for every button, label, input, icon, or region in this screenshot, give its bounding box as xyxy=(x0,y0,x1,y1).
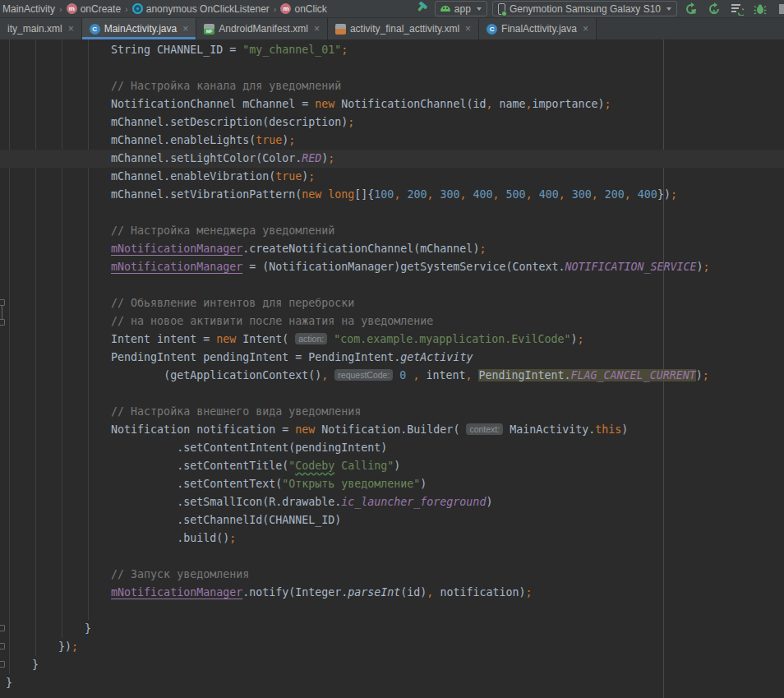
breadcrumb-label: onClick xyxy=(294,3,326,15)
breadcrumb-separator: › xyxy=(273,4,278,14)
close-icon[interactable]: × xyxy=(182,23,188,35)
code-line[interactable]: // на новое активити после нажатия на ув… xyxy=(0,312,784,331)
tab-finalacttivity-java[interactable]: CFinalActtivity.java× xyxy=(479,18,597,39)
breadcrumb-label: onCreate xyxy=(81,3,121,15)
code-line[interactable]: // Обьявление интентов для переброски xyxy=(0,294,784,312)
tab-label: ity_main.xml xyxy=(7,23,62,35)
code-line[interactable]: // Запуск уведомления xyxy=(0,566,784,584)
run-controls: app Genymotion Samsung Galaxy S10 A xyxy=(412,1,784,17)
tab-bar: ity_main.xml×CMainActivity.java×MFAndroi… xyxy=(0,18,784,39)
breadcrumb: MainActivity›monCreate›anonymous OnClick… xyxy=(2,3,327,15)
build-hammer-icon[interactable] xyxy=(412,1,430,17)
profile-icon[interactable] xyxy=(774,1,784,17)
code-editor[interactable]: String CHANNEL_ID = "my_channel_01";// Н… xyxy=(0,39,784,698)
breadcrumb-item[interactable]: monClick xyxy=(280,3,326,15)
chevron-down-icon xyxy=(666,7,671,11)
run-config-label: app xyxy=(454,3,471,15)
code-line[interactable]: String CHANNEL_ID = "my_channel_01"; xyxy=(0,41,784,59)
code-line[interactable]: mChannel.enableVibration(true); xyxy=(0,168,784,186)
tab-label: FinalActtivity.java xyxy=(501,23,577,35)
manifest-icon: MF xyxy=(204,24,214,35)
android-icon xyxy=(440,6,450,12)
breadcrumb-item[interactable]: MainActivity xyxy=(2,3,55,15)
code-line[interactable]: } xyxy=(0,656,784,674)
close-icon[interactable]: × xyxy=(314,23,320,35)
main-toolbar: MainActivity›monCreate›anonymous OnClick… xyxy=(0,0,784,18)
device-phone-icon xyxy=(498,3,505,15)
code-line[interactable]: .setContentIntent(pendingIntent) xyxy=(0,439,784,457)
code-line[interactable]: mChannel.enableLights(true); xyxy=(0,132,784,150)
tab-activity-final-acttivity-xml[interactable]: activity_final_acttivity.xml× xyxy=(328,18,479,39)
device-selector[interactable]: Genymotion Samsung Galaxy S10 xyxy=(492,1,677,16)
method-icon: m xyxy=(280,3,291,14)
code-line[interactable]: .build(); xyxy=(0,529,784,548)
code-line[interactable]: .setSmallIcon(R.drawable.ic_launcher_for… xyxy=(0,493,784,511)
method-icon: m xyxy=(67,3,77,14)
svg-text:A: A xyxy=(712,8,717,16)
code-line[interactable] xyxy=(0,548,784,566)
breadcrumb-separator: › xyxy=(58,4,63,14)
tab-mainactivity-java[interactable]: CMainActivity.java× xyxy=(82,18,197,39)
tab-label: activity_final_acttivity.xml xyxy=(350,23,459,35)
tab-label: AndroidManifest.xml xyxy=(219,23,308,35)
code-line[interactable]: }); xyxy=(0,638,784,656)
tab-label: MainActivity.java xyxy=(104,23,177,35)
code-line[interactable]: mNotificationManager.createNotificationC… xyxy=(0,240,784,258)
close-icon[interactable]: × xyxy=(583,23,588,35)
code-line[interactable]: Intent intent = new Intent( action: "com… xyxy=(0,331,784,349)
code-line[interactable]: (getApplicationContext(), requestCode: 0… xyxy=(0,367,784,385)
breadcrumb-item[interactable]: monCreate xyxy=(67,3,121,15)
code-line[interactable]: // Настройка внешнего вида уведомления xyxy=(0,403,784,421)
breadcrumb-item[interactable]: anonymous OnClickListener xyxy=(132,3,270,15)
code-line[interactable]: mChannel.setVibrationPattern(new long[]{… xyxy=(0,186,784,204)
code-line[interactable]: mNotificationManager.notify(Integer.pars… xyxy=(0,584,784,602)
code-line[interactable] xyxy=(0,59,784,77)
class-icon: C xyxy=(487,24,497,35)
breadcrumb-label: anonymous OnClickListener xyxy=(146,3,270,15)
breadcrumb-separator: › xyxy=(124,4,129,14)
code-line[interactable]: .setContentText("Открыть уведомление") xyxy=(0,475,784,493)
code-line[interactable]: Notification notification = new Notifica… xyxy=(0,421,784,439)
code-line[interactable]: } xyxy=(0,620,784,638)
code-line[interactable]: PendingIntent pendingIntent = PendingInt… xyxy=(0,349,784,367)
code-line[interactable]: // Настройка менеджера уведомлений xyxy=(0,222,784,240)
code-line[interactable]: NotificationChannel mChannel = new Notif… xyxy=(0,95,784,113)
code-line[interactable]: // Настройка канала для уведомлений xyxy=(0,77,784,95)
chevron-down-icon xyxy=(477,7,482,11)
device-label: Genymotion Samsung Galaxy S10 xyxy=(510,3,661,15)
tab-ity-main-xml[interactable]: ity_main.xml× xyxy=(0,18,82,39)
xml-layout-icon xyxy=(335,24,346,35)
code-line[interactable]: } xyxy=(0,674,784,692)
code-line[interactable]: mNotificationManager = (NotificationMana… xyxy=(0,258,784,276)
code-line[interactable]: .setContentTitle("Codeby Calling") xyxy=(0,457,784,475)
code-line[interactable] xyxy=(0,602,784,620)
apply-code-changes-icon[interactable]: A xyxy=(705,1,723,17)
breadcrumb-label: MainActivity xyxy=(2,3,55,15)
code-line[interactable] xyxy=(0,276,784,294)
code-line[interactable]: mChannel.setLightColor(Color.RED); xyxy=(0,150,784,168)
apply-changes-icon[interactable] xyxy=(682,1,700,17)
close-icon[interactable]: × xyxy=(465,23,471,35)
close-icon[interactable]: × xyxy=(68,23,74,35)
class-icon: C xyxy=(90,24,100,35)
tab-androidmanifest-xml[interactable]: MFAndroidManifest.xml× xyxy=(196,18,328,39)
debug-icon[interactable] xyxy=(751,1,769,17)
run-config-selector[interactable]: app xyxy=(435,1,487,16)
anonymous-class-icon xyxy=(132,3,143,14)
code-line[interactable]: mChannel.setDescription(description); xyxy=(0,113,784,132)
profiler-icon[interactable] xyxy=(728,1,746,17)
code-lines: String CHANNEL_ID = "my_channel_01";// Н… xyxy=(0,39,784,692)
code-line[interactable] xyxy=(0,385,784,403)
code-line[interactable]: .setChannelId(CHANNEL_ID) xyxy=(0,511,784,529)
code-line[interactable] xyxy=(0,204,784,222)
